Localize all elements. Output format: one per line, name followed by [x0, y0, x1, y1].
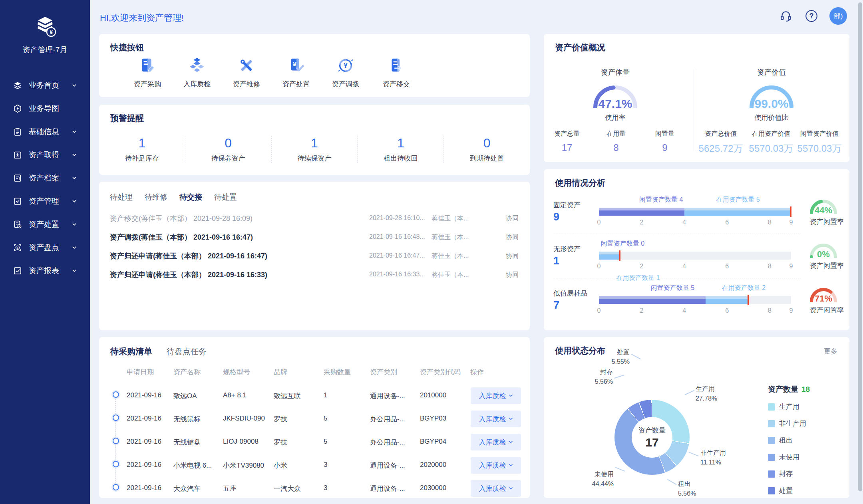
alert-label: 待保养资产	[185, 154, 271, 163]
tab-handover[interactable]: 待交接	[179, 192, 202, 202]
usage-category: 固定资产	[553, 200, 581, 210]
quick-action-asset-handover[interactable]: 资产移交	[372, 56, 420, 89]
idle-rate-gauge: 71% 资产闲置率	[810, 287, 837, 304]
page-scrollbar[interactable]	[858, 2, 862, 491]
tasks-panel: 待处理 待维修 待交接 待处置 资产移交(蒋佳玉（本部） 2021-09-28 …	[99, 182, 530, 330]
legend-item-sealed[interactable]: 封存	[768, 469, 810, 478]
cell-model: LIOJ-09008	[223, 438, 259, 446]
chevron-down-icon	[509, 487, 513, 490]
task-row[interactable]: 资产归还申请(蒋佳玉（本部） 2021-09-16 16:33) 2021-09…	[99, 267, 530, 283]
quick-action-inbound-inspection[interactable]: 入库质检	[173, 56, 221, 89]
inbound-inspection-button[interactable]: 入库质检	[471, 387, 521, 404]
sidebar-item-asset-manage[interactable]: 资产管理	[0, 190, 90, 213]
task-row[interactable]: 资产移交(蒋佳玉（本部） 2021-09-28 16:09) 2021-09-2…	[99, 210, 530, 226]
quick-action-asset-transfer[interactable]: ¥ 资产调拨	[322, 56, 370, 89]
task-title: 资产移交(蒋佳玉（本部） 2021-09-28 16:09)	[110, 214, 253, 223]
x-axis: 024689	[599, 219, 791, 227]
usage-total: 9	[553, 211, 559, 223]
panel-title: 快捷按钮	[110, 42, 144, 53]
sidebar-item-label: 资产取得	[29, 150, 72, 160]
quick-actions-panel: 快捷按钮 资产采购 入库质检 资产维修 ¥ 资产处置 ¥ 资产调拨 资产移交	[99, 34, 530, 97]
sidebar-item-asset-inventory[interactable]: $ 资产盘点	[0, 236, 90, 259]
cell-date: 2021-09-16	[127, 415, 161, 423]
table-row: 2021-09-16 小米电视 6... 小米TV39080 小米 3 通用设备…	[99, 461, 530, 478]
cell-model: 小米TV39080	[223, 461, 264, 470]
legend-item-dispose[interactable]: 处置	[768, 486, 810, 495]
svg-text:¥: ¥	[344, 62, 347, 69]
app-logo: ¥ 资产管理-7月	[0, 16, 90, 55]
sidebar-item-business-home[interactable]: 业务首页	[0, 74, 90, 97]
alert-label: 待续保资产	[272, 154, 358, 163]
cell-model: 五座	[223, 484, 237, 493]
tab-pending[interactable]: 待处理	[110, 192, 133, 202]
legend-swatch	[768, 454, 775, 461]
cell-code: BGYP04	[420, 438, 446, 446]
idle-rate-gauge: 0% 资产闲置率	[810, 243, 837, 260]
svg-text:¥: ¥	[293, 61, 296, 67]
procurement-panel: 待采购清单 待盘点任务 申请日期 资产名称 规格型号 品牌 采购数量 资产类别 …	[99, 337, 530, 498]
sidebar-item-base-info[interactable]: 基础信息	[0, 120, 90, 143]
legend-item-production[interactable]: 生产用	[768, 402, 810, 411]
status-donut-chart: 资产数量 17	[614, 400, 690, 475]
legend-item-unused[interactable]: 未使用	[768, 452, 810, 462]
x-axis: 024689	[599, 307, 791, 315]
inuse-annotation: 在用资产数量 5	[716, 196, 760, 204]
panel-title: 预警提醒	[110, 113, 144, 124]
callout-production: 生产用27.78%	[696, 384, 717, 403]
status-legend: 资产数量18 生产用 非生产用 租出 未使用 封存 处置	[768, 384, 810, 495]
sidebar-item-label: 资产盘点	[29, 242, 72, 253]
sidebar-item-asset-report[interactable]: 资产报表	[0, 259, 90, 282]
cell-category: 通用设备-...	[370, 461, 405, 470]
gauge-caption: 使用价值比	[750, 113, 793, 122]
legend-item-rented[interactable]: 租出	[768, 436, 810, 445]
sidebar-item-label: 业务导图	[29, 103, 72, 114]
quick-action-label: 资产调拨	[322, 79, 370, 89]
document-lines-icon	[13, 173, 23, 183]
task-row[interactable]: 资产归还申请(蒋佳玉（本部） 2021-09-16 16:47) 2021-09…	[99, 248, 530, 264]
legend-item-nonproduction[interactable]: 非生产用	[768, 419, 810, 428]
task-time: 2021-09-16 16:47...	[369, 252, 425, 259]
sidebar-item-asset-dispose[interactable]: ¥ 资产处置	[0, 213, 90, 236]
timeline-dot	[113, 415, 119, 421]
quick-action-asset-disposal[interactable]: ¥ 资产处置	[272, 56, 320, 89]
tab-dispose[interactable]: 待处置	[214, 192, 237, 202]
task-time: 2021-09-16 16:48...	[369, 233, 425, 240]
value-subtitle: 资产价值	[757, 67, 786, 77]
legend-swatch	[768, 420, 775, 427]
layers-icon	[13, 80, 23, 91]
alert-stat-maintain: 0 待保养资产	[185, 136, 272, 163]
asset-disposal-icon: ¥	[287, 56, 305, 75]
inbound-inspection-button[interactable]: 入库质检	[471, 457, 521, 474]
inbound-inspection-button[interactable]: 入库质检	[471, 434, 521, 450]
tab-inventory-tasks[interactable]: 待盘点任务	[167, 346, 207, 357]
timeline-dot	[113, 461, 119, 467]
document-coin-icon: ¥	[13, 219, 23, 230]
asset-repair-icon	[237, 56, 256, 75]
panel-title: 使用情况分析	[555, 177, 605, 189]
quick-action-asset-purchase[interactable]: 资产采购	[123, 56, 171, 89]
sidebar-item-asset-archive[interactable]: 资产档案	[0, 167, 90, 190]
alert-value: 1	[99, 136, 185, 151]
clipboard-icon	[13, 127, 23, 137]
alert-label: 待补足库存	[99, 154, 185, 163]
help-icon[interactable]: ?	[804, 8, 819, 24]
quick-action-asset-repair[interactable]: 资产维修	[223, 56, 270, 89]
more-link[interactable]: 更多	[824, 347, 837, 356]
intangible-asset-bar: 闲置资产数量 0 在用资产数量 1	[599, 252, 791, 260]
task-row[interactable]: 资产调拨(蒋佳玉（本部） 2021-09-16 16:47) 2021-09-1…	[99, 229, 530, 245]
support-headset-icon[interactable]	[778, 8, 793, 24]
inbound-inspection-button[interactable]: 入库质检	[471, 480, 521, 497]
sidebar-item-business-map[interactable]: 业务导图	[0, 97, 90, 120]
sidebar-item-asset-acquire[interactable]: 资产取得	[0, 143, 90, 167]
usage-rate-gauge: 47.1% 使用率	[593, 84, 637, 123]
sidebar: ¥ 资产管理-7月 业务首页 业务导图 基础信息 资产取得	[0, 0, 90, 504]
tab-purchase-list[interactable]: 待采购清单	[110, 346, 152, 357]
stat-idle-count: 闲置量9	[635, 130, 695, 153]
user-avatar[interactable]: 部)	[829, 7, 847, 25]
check-document-icon	[13, 196, 23, 206]
sidebar-item-label: 资产报表	[29, 266, 72, 276]
gauge-value: 99.0%	[750, 97, 793, 111]
tab-repair[interactable]: 待维修	[145, 192, 167, 202]
inbound-inspection-button[interactable]: 入库质检	[471, 411, 521, 427]
alert-stat-renew-insurance: 1 待续保资产	[272, 136, 358, 163]
